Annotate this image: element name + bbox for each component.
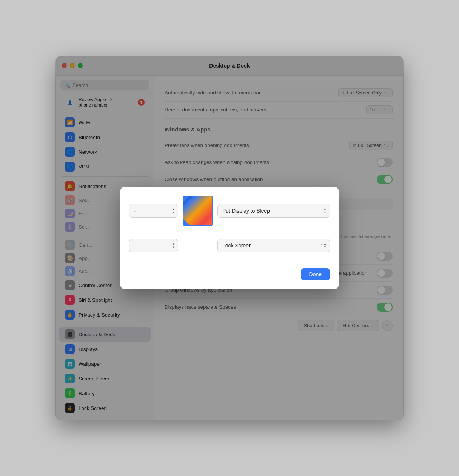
action-select-display-1: Put Display to Sleep ▲ ▼ xyxy=(217,204,330,218)
modal-overlay: - ▲ ▼ Put Display to Sleep xyxy=(56,56,403,420)
corner-mark-top-left xyxy=(183,196,189,202)
corner-mark-bottom-left xyxy=(183,219,189,225)
corner-action-select-2-left[interactable]: - ▲ ▼ xyxy=(129,239,178,252)
modal-row-1: - ▲ ▼ Put Display to Sleep xyxy=(129,196,330,226)
dash-select-display-1: - ▲ ▼ xyxy=(129,204,178,218)
thumbnail-spacer xyxy=(183,230,213,261)
action-stepper-arrows-1: ▲ ▼ xyxy=(323,208,327,214)
stepper-arrows-icon-2: ▲ ▼ xyxy=(172,243,175,249)
dash-value-2: - xyxy=(134,243,136,249)
action-value-2: Lock Screen xyxy=(222,243,252,249)
action-select-display-2: Lock Screen ▲ ▼ xyxy=(217,239,330,252)
modal-done-row: Done xyxy=(129,268,330,280)
action-stepper-arrows-2: ▲ ▼ xyxy=(323,243,327,249)
wallpaper-thumbnail xyxy=(183,196,213,226)
corner-action-select-1-right[interactable]: Put Display to Sleep ▲ ▼ xyxy=(217,204,330,218)
dash-value-1: - xyxy=(134,208,136,214)
modal-row-2: - ▲ ▼ Lock Screen ▲ ▼ xyxy=(129,230,330,261)
done-button[interactable]: Done xyxy=(301,268,330,280)
main-window: Desktop & Dock 🔍 👤 Review Apple IDphone … xyxy=(56,56,403,420)
stepper-arrows-icon-1: ▲ ▼ xyxy=(172,208,175,214)
corner-action-select-1-left[interactable]: - ▲ ▼ xyxy=(129,204,178,218)
action-value-1: Put Display to Sleep xyxy=(222,208,270,214)
hot-corners-modal: - ▲ ▼ Put Display to Sleep xyxy=(120,187,339,289)
dash-select-display-2: - ▲ ▼ xyxy=(129,239,178,252)
corner-action-select-2-right[interactable]: Lock Screen ▲ ▼ xyxy=(217,239,330,252)
